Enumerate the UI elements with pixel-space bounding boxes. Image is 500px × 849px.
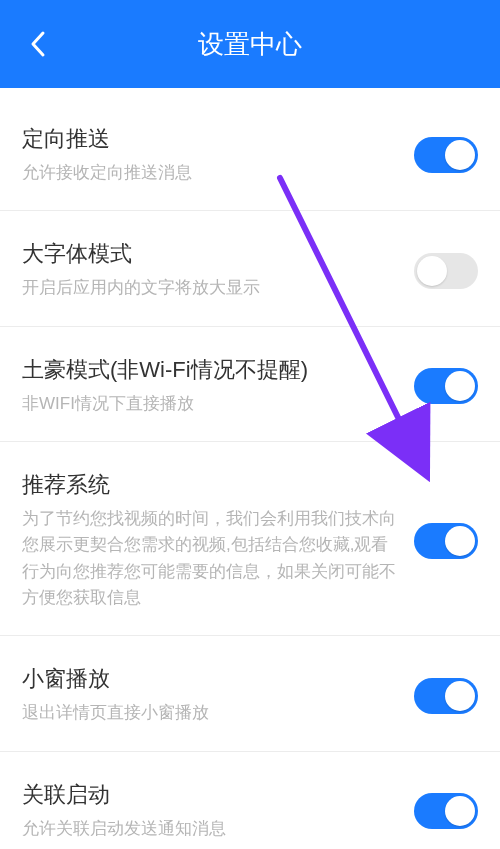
setting-title: 关联启动 bbox=[22, 780, 398, 810]
toggle-knob bbox=[445, 526, 475, 556]
setting-pip: 小窗播放 退出详情页直接小窗播放 bbox=[0, 636, 500, 751]
toggle-knob bbox=[445, 681, 475, 711]
settings-list: 定向推送 允许接收定向推送消息 大字体模式 开启后应用内的文字将放大显示 土豪模… bbox=[0, 88, 500, 849]
setting-text: 大字体模式 开启后应用内的文字将放大显示 bbox=[22, 239, 398, 301]
toggle-pip[interactable] bbox=[414, 678, 478, 714]
setting-text: 定向推送 允许接收定向推送消息 bbox=[22, 124, 398, 186]
setting-text: 土豪模式(非Wi-Fi情况不提醒) 非WIFI情况下直接播放 bbox=[22, 355, 398, 417]
setting-title: 定向推送 bbox=[22, 124, 398, 154]
setting-assoc: 关联启动 允许关联启动发送通知消息 bbox=[0, 752, 500, 849]
setting-desc: 退出详情页直接小窗播放 bbox=[22, 700, 398, 726]
setting-text: 推荐系统 为了节约您找视频的时间，我们会利用我们技术向您展示更契合您需求的视频,… bbox=[22, 470, 398, 611]
setting-title: 大字体模式 bbox=[22, 239, 398, 269]
setting-push: 定向推送 允许接收定向推送消息 bbox=[0, 96, 500, 211]
page-title: 设置中心 bbox=[0, 27, 500, 62]
setting-tuhao: 土豪模式(非Wi-Fi情况不提醒) 非WIFI情况下直接播放 bbox=[0, 327, 500, 442]
toggle-knob bbox=[445, 140, 475, 170]
setting-desc: 开启后应用内的文字将放大显示 bbox=[22, 275, 398, 301]
setting-title: 推荐系统 bbox=[22, 470, 398, 500]
setting-desc: 允许接收定向推送消息 bbox=[22, 160, 398, 186]
toggle-knob bbox=[445, 796, 475, 826]
chevron-left-icon bbox=[30, 30, 46, 58]
setting-desc: 非WIFI情况下直接播放 bbox=[22, 391, 398, 417]
app-header: 设置中心 bbox=[0, 0, 500, 88]
toggle-push[interactable] bbox=[414, 137, 478, 173]
toggle-assoc[interactable] bbox=[414, 793, 478, 829]
setting-recommend: 推荐系统 为了节约您找视频的时间，我们会利用我们技术向您展示更契合您需求的视频,… bbox=[0, 442, 500, 636]
toggle-knob bbox=[417, 256, 447, 286]
setting-title: 小窗播放 bbox=[22, 664, 398, 694]
toggle-bigfont[interactable] bbox=[414, 253, 478, 289]
toggle-knob bbox=[445, 371, 475, 401]
setting-desc: 允许关联启动发送通知消息 bbox=[22, 816, 398, 842]
setting-bigfont: 大字体模式 开启后应用内的文字将放大显示 bbox=[0, 211, 500, 326]
setting-title: 土豪模式(非Wi-Fi情况不提醒) bbox=[22, 355, 398, 385]
setting-text: 关联启动 允许关联启动发送通知消息 bbox=[22, 780, 398, 842]
toggle-recommend[interactable] bbox=[414, 523, 478, 559]
toggle-tuhao[interactable] bbox=[414, 368, 478, 404]
setting-desc: 为了节约您找视频的时间，我们会利用我们技术向您展示更契合您需求的视频,包括结合您… bbox=[22, 506, 398, 611]
setting-text: 小窗播放 退出详情页直接小窗播放 bbox=[22, 664, 398, 726]
back-button[interactable] bbox=[18, 24, 58, 64]
